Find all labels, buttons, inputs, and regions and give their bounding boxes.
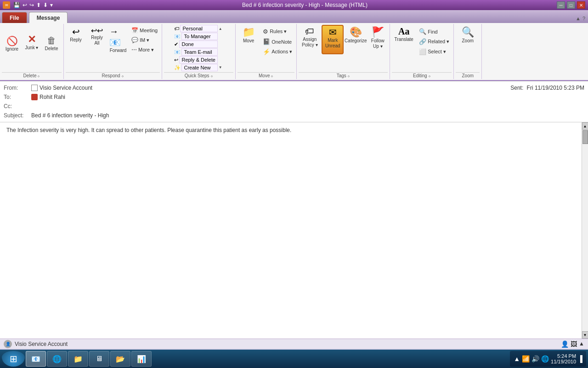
to-value: Rohit Rahi	[31, 94, 65, 100]
taskbar-powerpoint[interactable]: 📊	[131, 351, 152, 367]
tray-volume[interactable]: 🔊	[531, 355, 539, 362]
ribbon-collapse-up[interactable]: ▲	[576, 16, 581, 21]
from-label: From:	[4, 85, 31, 91]
assign-policy-button[interactable]: 🏷 AssignPolicy ▾	[299, 25, 321, 54]
quick-steps-label: Quick Steps	[185, 73, 209, 78]
more-button[interactable]: ⋯ More ▾	[129, 45, 160, 54]
user-avatar: 👤	[4, 340, 12, 348]
tray-show-desktop[interactable]: ▐	[578, 355, 582, 362]
im-icon: 💬	[131, 37, 138, 43]
status-username: Visio Service Account	[15, 341, 68, 347]
find-button[interactable]: 🔍 Find	[417, 27, 452, 36]
taskbar-explorer1[interactable]: 📁	[68, 351, 88, 367]
ignore-button[interactable]: 🚫 Ignore	[2, 34, 22, 63]
editing-group-expand[interactable]: ⬦	[428, 73, 431, 78]
delete-button[interactable]: 🗑 Delete	[41, 34, 62, 63]
meeting-button[interactable]: 📅 Meeting	[129, 26, 160, 35]
rules-icon: ⚙	[263, 28, 268, 35]
tab-bar: File Message ▲ ?	[0, 10, 588, 23]
taskbar-outlook[interactable]: 📧	[26, 351, 46, 367]
close-button[interactable]: ✕	[577, 1, 585, 9]
categorize-button[interactable]: 🎨 Categorize	[345, 25, 367, 54]
start-button[interactable]: ⊞	[2, 351, 25, 367]
ribbon-group-tags: 🏷 AssignPolicy ▾ ✉ MarkUnread 🎨 Categori…	[297, 24, 390, 79]
status-chevron-up[interactable]: ▲	[579, 340, 584, 348]
forward-button[interactable]: →📧 Forward	[108, 25, 128, 54]
qs-down[interactable]: ▼	[218, 65, 223, 69]
delete-group-expand[interactable]: ⬦	[37, 73, 40, 78]
actions-button[interactable]: ⚡ Actions ▾	[260, 47, 294, 57]
tray-network[interactable]: 📶	[522, 355, 530, 362]
translate-button[interactable]: Aa Translate	[392, 25, 416, 54]
delete-group-label: Delete	[23, 73, 37, 78]
rules-button[interactable]: ⚙ Rules ▾	[260, 27, 294, 36]
zoom-group-label: Zoom	[462, 73, 474, 78]
maximize-button[interactable]: □	[567, 1, 575, 9]
follow-up-button[interactable]: 🚩 Follow Up ▾	[368, 25, 388, 54]
scrollbar-vertical[interactable]: ▲ ▼	[582, 122, 588, 339]
done-button[interactable]: Done	[179, 40, 217, 48]
tray-clock[interactable]: 5:24 PM 11/19/2010	[551, 353, 576, 364]
email-body[interactable]: The Infection severity is very high. It …	[0, 122, 582, 339]
scroll-down-button[interactable]: ▼	[582, 331, 588, 339]
tray-time: 5:24 PM	[551, 353, 576, 359]
tray-arrow[interactable]: ▲	[514, 355, 520, 362]
title-bar: ✉ 💾 ↩ ↪ ⬆ ⬇ ▾ Bed # 6 infection severity…	[0, 0, 588, 10]
find-icon: 🔍	[419, 28, 426, 35]
status-icon-user[interactable]: 👤	[561, 340, 569, 348]
select-icon: ⬜	[419, 48, 426, 55]
junk-button[interactable]: ✕ Junk ▾	[23, 34, 40, 63]
quick-steps-expand[interactable]: ⬦	[210, 73, 213, 78]
team-email-button[interactable]: Team E-mail	[181, 48, 217, 56]
create-new-button[interactable]: Create New	[181, 64, 217, 71]
onenote-icon: 📓	[263, 38, 270, 45]
taskbar-explorer2[interactable]: 🖥	[89, 351, 109, 367]
reply-delete-button[interactable]: Reply & Delete	[179, 56, 217, 63]
ribbon-help[interactable]: ?	[582, 16, 585, 21]
taskbar-ie[interactable]: 🌐	[47, 351, 67, 367]
move-button[interactable]: 📁 Move	[237, 25, 260, 54]
status-bar: 👤 Visio Service Account 👤 🖼 ▲	[0, 339, 588, 349]
onenote-button[interactable]: 📓 OneNote	[260, 37, 294, 46]
reply-all-button[interactable]: ↩↩ Reply All	[87, 25, 107, 54]
to-manager-button[interactable]: To Manager	[181, 33, 217, 40]
scroll-thumb[interactable]	[582, 130, 588, 144]
tab-file[interactable]: File	[2, 12, 27, 23]
from-checkbox[interactable]	[31, 85, 38, 91]
qat-arrow-down[interactable]: ⬇	[43, 2, 48, 8]
ribbon: 🚫 Ignore ✕ Junk ▾ 🗑 Delete	[0, 23, 588, 81]
status-icon-photo[interactable]: 🖼	[571, 340, 577, 348]
ribbon-group-quick-steps: 🏷 Personal 📧 To Manager ✔ Done 📧 Team E-…	[162, 24, 236, 79]
zoom-button[interactable]: 🔍 Zoom	[456, 25, 480, 54]
qat-redo[interactable]: ↪	[29, 2, 34, 8]
to-avatar	[31, 94, 38, 100]
ribbon-group-delete: 🚫 Ignore ✕ Junk ▾ 🗑 Delete	[0, 24, 64, 79]
explorer2-icon: 🖥	[96, 355, 103, 363]
respond-group-expand[interactable]: ⬦	[121, 73, 124, 78]
minimize-button[interactable]: ─	[557, 1, 565, 9]
qat-save[interactable]: 💾	[13, 2, 20, 8]
taskbar-files[interactable]: 📂	[110, 351, 130, 367]
related-button[interactable]: 🔗 Related ▾	[417, 37, 452, 46]
qs-up[interactable]: ▲	[218, 27, 223, 31]
tray-language[interactable]: 🌐	[541, 355, 549, 362]
team-email-icon: 📧	[174, 49, 181, 55]
tab-message[interactable]: Message	[29, 12, 68, 23]
personal-button[interactable]: Personal	[180, 25, 217, 32]
move-group-expand[interactable]: ⬦	[271, 73, 273, 78]
explorer1-icon: 📁	[74, 355, 83, 363]
mark-unread-button[interactable]: ✉ MarkUnread	[322, 25, 344, 54]
subject-value: Bed # 6 infection severity - High	[31, 112, 109, 119]
to-row: To: Rohit Rahi	[4, 92, 584, 102]
select-button[interactable]: ⬜ Select ▾	[417, 47, 452, 57]
tags-group-expand[interactable]: ⬦	[347, 73, 350, 78]
personal-icon: 🏷	[174, 26, 179, 31]
qat-arrow-up[interactable]: ⬆	[36, 2, 41, 8]
actions-icon: ⚡	[263, 48, 270, 55]
qat-undo[interactable]: ↩	[23, 2, 27, 8]
scroll-up-button[interactable]: ▲	[582, 122, 588, 130]
quick-steps-arrows: ▲ ▼	[218, 25, 223, 71]
im-button[interactable]: 💬 IM ▾	[129, 35, 160, 45]
window-controls: ─ □ ✕	[557, 1, 585, 9]
reply-button[interactable]: ↩ Reply	[66, 25, 86, 54]
